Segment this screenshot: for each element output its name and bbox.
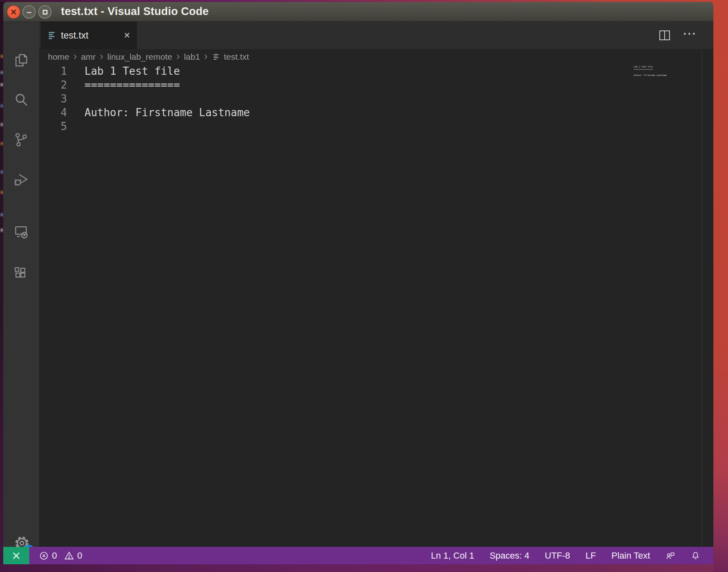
vscode-window: ✕ – test.txt - Visual Studio Code <box>3 2 713 564</box>
indentation[interactable]: Spaces: 4 <box>490 550 529 561</box>
line-text <box>67 119 84 133</box>
line-number: 4 <box>39 106 67 119</box>
bell-icon[interactable] <box>691 551 700 561</box>
code-line[interactable]: 2 =============== <box>39 78 713 92</box>
wallpaper-speck <box>1 123 3 126</box>
chevron-right-icon: › <box>204 56 208 58</box>
status-bar: 0 0 Ln 1, Col 1 Spaces: 4 UTF-8 LF Plain… <box>3 547 713 564</box>
split-editor-icon[interactable] <box>659 30 670 41</box>
text-file-icon <box>48 31 56 40</box>
window-close-button[interactable]: ✕ <box>7 5 20 19</box>
problems-button[interactable]: 0 0 <box>39 550 82 561</box>
wallpaper-speck <box>1 142 3 145</box>
minimap-line: Lab 1 Test file <box>634 65 702 67</box>
breadcrumb-item-home[interactable]: home <box>48 52 69 62</box>
title-bar: ✕ – test.txt - Visual Studio Code <box>3 2 713 22</box>
code-line[interactable]: 1 Lab 1 Test file <box>39 64 713 78</box>
line-number: 2 <box>39 78 67 92</box>
minimap[interactable]: Lab 1 Test file =============== Author: … <box>634 65 702 89</box>
warning-icon <box>64 551 74 561</box>
close-icon: ✕ <box>10 8 17 16</box>
wallpaper-speck <box>1 171 3 173</box>
line-text: Author: Firstname Lastname <box>67 106 250 119</box>
window-title: test.txt - Visual Studio Code <box>61 2 209 22</box>
desktop-background-right <box>713 0 728 572</box>
explorer-icon[interactable] <box>13 52 29 68</box>
line-text: Lab 1 Test file <box>67 64 180 78</box>
overview-ruler-border <box>702 52 702 547</box>
more-actions-icon[interactable]: ⋯ <box>682 26 697 44</box>
minimap-line <box>634 71 702 73</box>
chevron-right-icon: › <box>176 56 180 58</box>
search-icon[interactable] <box>13 92 29 108</box>
window-maximize-button[interactable] <box>38 5 52 19</box>
tab-test-txt[interactable]: test.txt ✕ <box>41 22 137 49</box>
window-minimize-button[interactable]: – <box>22 5 36 19</box>
desktop-background-bottom <box>0 564 713 572</box>
maximize-icon <box>43 10 48 15</box>
warning-count: 0 <box>77 550 82 561</box>
wallpaper-speck <box>1 83 3 86</box>
chevron-right-icon: › <box>74 56 77 58</box>
minimap-line: Author: Firstname Lastname <box>634 74 702 76</box>
chevron-right-icon: › <box>100 56 103 58</box>
minimap-line: =============== <box>634 68 702 70</box>
encoding[interactable]: UTF-8 <box>545 550 570 561</box>
text-file-icon <box>213 53 220 61</box>
breadcrumb-item-lab1[interactable]: lab1 <box>184 52 200 62</box>
wallpaper-speck <box>1 191 3 194</box>
run-and-debug-icon[interactable] <box>13 171 29 188</box>
line-number: 5 <box>39 119 67 133</box>
status-bar-right: Ln 1, Col 1 Spaces: 4 UTF-8 LF Plain Tex… <box>431 550 713 561</box>
line-number: 3 <box>39 92 67 106</box>
feedback-icon[interactable] <box>665 551 675 561</box>
extensions-icon[interactable] <box>13 265 29 282</box>
code-line[interactable]: 3 <box>39 92 713 106</box>
wallpaper-speck <box>1 71 3 74</box>
editor-pane[interactable]: 1 Lab 1 Test file 2 =============== 3 4 … <box>39 64 713 547</box>
minimize-icon: – <box>26 7 31 17</box>
remote-icon <box>11 550 22 561</box>
source-control-icon[interactable] <box>13 132 29 148</box>
activity-bar: 1 <box>3 22 39 547</box>
breadcrumb-item-amr[interactable]: amr <box>81 52 95 62</box>
wallpaper-speck <box>1 229 3 232</box>
line-number: 1 <box>39 64 67 78</box>
editor-actions: ⋯ <box>659 22 697 49</box>
code-line[interactable]: 4 Author: Firstname Lastname <box>39 106 713 119</box>
wallpaper-speck <box>1 55 3 58</box>
cursor-position[interactable]: Ln 1, Col 1 <box>431 550 474 561</box>
breadcrumb-item-file[interactable]: test.txt <box>224 52 249 62</box>
tab-label: test.txt <box>61 30 124 41</box>
breadcrumb-item-linux-lab-remote[interactable]: linux_lab_remote <box>107 52 172 62</box>
line-text <box>67 92 84 106</box>
end-of-line[interactable]: LF <box>585 550 596 561</box>
breadcrumb: home › amr › linux_lab_remote › lab1 › t… <box>39 49 713 64</box>
remote-indicator-button[interactable] <box>3 547 29 564</box>
wallpaper-speck <box>1 213 3 216</box>
remote-explorer-icon[interactable] <box>13 224 29 240</box>
code-line[interactable]: 5 <box>39 119 713 133</box>
desktop-background-left <box>0 2 3 564</box>
error-icon <box>39 551 49 561</box>
tab-close-icon[interactable]: ✕ <box>124 30 130 40</box>
language-mode[interactable]: Plain Text <box>611 550 650 561</box>
error-count: 0 <box>52 550 57 561</box>
line-text: =============== <box>67 78 180 92</box>
wallpaper-speck <box>1 104 3 107</box>
tab-bar: test.txt ✕ ⋯ <box>39 22 713 49</box>
